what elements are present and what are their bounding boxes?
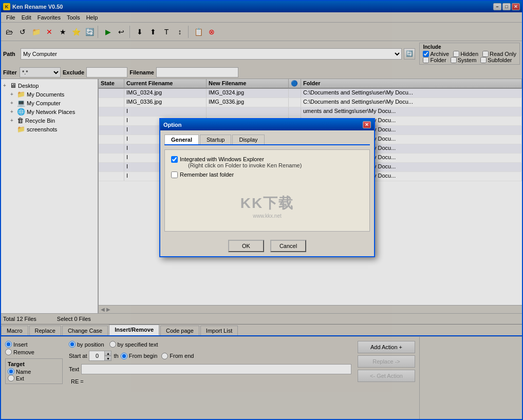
modal-overlay: Option ✕ General Startup Display Integra… — [0, 0, 523, 420]
watermark-logo: KK下载 — [171, 194, 363, 213]
remember-row: Remember last folder — [171, 171, 363, 178]
modal-content: Integrated with Windows Explorer (Right … — [164, 149, 370, 232]
integrated-checkbox[interactable] — [171, 156, 178, 163]
modal-body: General Startup Display Integrated with … — [160, 130, 374, 236]
modal-tabs: General Startup Display — [164, 135, 370, 145]
option-dialog: Option ✕ General Startup Display Integra… — [159, 118, 375, 257]
remember-label: Remember last folder — [180, 171, 234, 178]
integrated-row: Integrated with Windows Explorer (Right … — [171, 156, 363, 168]
watermark-url: www.kkx.net — [171, 213, 363, 219]
modal-tab-display[interactable]: Display — [232, 135, 264, 144]
modal-ok-button[interactable]: OK — [228, 240, 264, 252]
modal-tab-general[interactable]: General — [164, 135, 199, 144]
modal-close-button[interactable]: ✕ — [363, 121, 371, 128]
modal-cancel-button[interactable]: Cancel — [270, 240, 306, 252]
watermark: KK下载 www.kkx.net — [171, 194, 363, 219]
modal-title-bar: Option ✕ — [160, 119, 374, 130]
integrated-label: Integrated with Windows Explorer — [180, 156, 302, 162]
remember-checkbox[interactable] — [171, 171, 178, 178]
integrated-text: Integrated with Windows Explorer (Right … — [180, 156, 302, 168]
modal-footer: OK Cancel — [160, 236, 374, 256]
modal-tab-startup[interactable]: Startup — [200, 135, 231, 144]
integrated-sub: (Right click on Folder to invoke Ken Ren… — [188, 162, 302, 168]
modal-title-text: Option — [163, 122, 181, 128]
